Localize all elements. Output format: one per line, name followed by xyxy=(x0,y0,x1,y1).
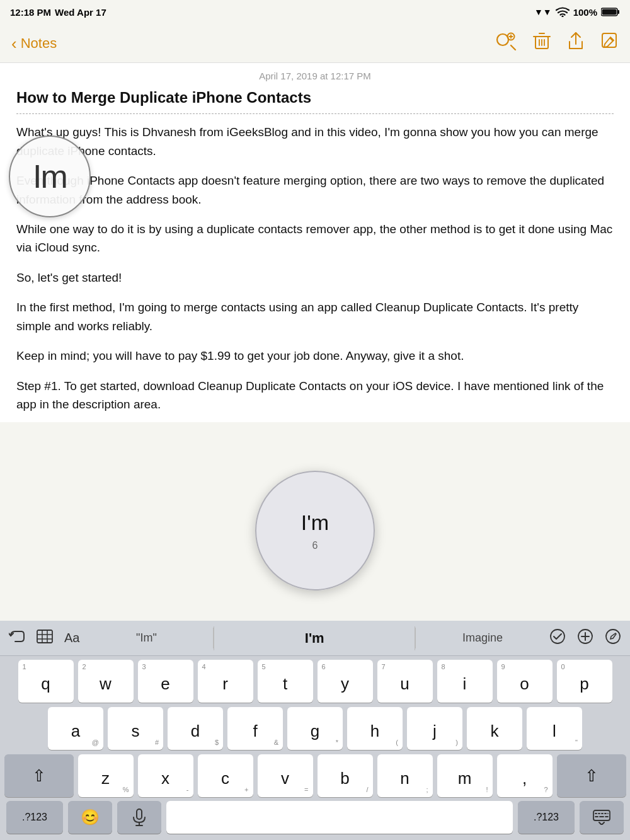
key-n[interactable]: ;n xyxy=(377,754,433,797)
key-g[interactable]: *g xyxy=(287,707,343,750)
emoji-key[interactable]: 😊 xyxy=(68,801,112,834)
keyboard-rows: 1q 2w 3e 4r 5t 6y 7u 8i 9o 0p @a #s $d &… xyxy=(0,656,630,800)
key-f[interactable]: &f xyxy=(227,707,283,750)
key-v[interactable]: =v xyxy=(258,754,313,797)
svg-point-11 xyxy=(606,630,620,643)
key-j[interactable]: )j xyxy=(407,707,462,750)
magnifier-top: Im xyxy=(9,135,91,217)
keyboard-hide-icon xyxy=(593,810,610,825)
key-u[interactable]: 7u xyxy=(377,660,433,703)
compose-icon[interactable] xyxy=(601,32,619,54)
back-button[interactable]: ‹ Notes xyxy=(11,35,57,52)
note-paragraph-6: Keep in mind; you will have to pay $1.99… xyxy=(16,347,614,365)
key-q[interactable]: 1q xyxy=(18,660,74,703)
svg-point-4 xyxy=(497,34,508,45)
autocomplete-left: Aa xyxy=(9,630,79,647)
keyboard-container: I'm 6 Aa "Im" xyxy=(0,621,630,840)
key-p[interactable]: 0p xyxy=(557,660,612,703)
nav-bar: ‹ Notes xyxy=(0,24,630,63)
back-label: Notes xyxy=(21,35,57,52)
mic-key[interactable] xyxy=(117,801,161,834)
note-paragraph-3: While one way to do it is by using a dup… xyxy=(16,220,614,257)
svg-rect-2 xyxy=(617,10,619,14)
svg-rect-3 xyxy=(602,9,617,15)
checkmark-icon[interactable] xyxy=(549,628,566,648)
note-title: How to Merge Duplicate iPhone Contacts xyxy=(16,88,614,107)
autocomplete-right xyxy=(549,628,621,648)
battery-percent: 100% xyxy=(573,7,597,18)
key-row-1: 1q 2w 3e 4r 5t 6y 7u 8i 9o 0p xyxy=(3,660,627,703)
note-body[interactable]: What's up guys! This is Dhvanesh from iG… xyxy=(16,123,614,422)
note-paragraph-4: So, let's get started! xyxy=(16,268,614,287)
nav-actions xyxy=(494,32,619,55)
wifi-icon: ▼▼ xyxy=(534,7,552,17)
key-o[interactable]: 9o xyxy=(497,660,553,703)
note-paragraph-1: What's up guys! This is Dhvanesh from iG… xyxy=(16,123,614,160)
key-t[interactable]: 5t xyxy=(258,660,313,703)
autocomplete-suggestions: "Im" I'm Imagine xyxy=(79,626,549,650)
key-m[interactable]: !m xyxy=(437,754,493,797)
wifi-symbol-icon xyxy=(556,7,570,17)
status-time: 12:18 PM xyxy=(10,7,51,18)
svg-point-9 xyxy=(551,630,564,643)
key-e[interactable]: 3e xyxy=(138,660,193,703)
note-paragraph-5: In the first method, I'm going to merge … xyxy=(16,298,614,335)
svg-rect-8 xyxy=(37,630,52,643)
battery-icon xyxy=(601,7,620,17)
autocomplete-bar: Aa "Im" I'm Imagine xyxy=(0,621,630,656)
key-x[interactable]: -x xyxy=(138,754,193,797)
note-paragraph-7: Step #1. To get started, download Cleanu… xyxy=(16,377,614,414)
shift-key[interactable]: ⇧ xyxy=(4,754,74,797)
plus-circle-icon[interactable] xyxy=(577,628,593,648)
key-comma[interactable]: ?, xyxy=(497,754,553,797)
key-row-3: ⇧ %z -x +c =v /b ;n !m ?, ⇧ xyxy=(3,754,627,797)
note-divider xyxy=(16,113,614,114)
status-date: Wed Apr 17 xyxy=(55,7,106,18)
key-y[interactable]: 6y xyxy=(318,660,373,703)
key-w[interactable]: 2w xyxy=(78,660,134,703)
svg-rect-13 xyxy=(593,810,610,820)
bottom-toolbar: .?123 😊 .?123 xyxy=(0,800,630,840)
status-left: 12:18 PM Wed Apr 17 xyxy=(10,7,106,18)
key-i[interactable]: 8i xyxy=(437,660,493,703)
autocomplete-word-main[interactable]: I'm xyxy=(214,626,415,650)
key-k[interactable]: k xyxy=(467,707,522,750)
status-bar: 12:18 PM Wed Apr 17 ▼▼ 100% xyxy=(0,0,630,24)
num-switch-right-key[interactable]: .?123 xyxy=(518,801,575,834)
status-right: ▼▼ 100% xyxy=(534,7,620,18)
autocomplete-word-left[interactable]: "Im" xyxy=(79,628,214,648)
suggestion-popup: I'm 6 xyxy=(255,471,375,590)
key-r[interactable]: 4r xyxy=(198,660,253,703)
key-s[interactable]: #s xyxy=(108,707,163,750)
note-timestamp: April 17, 2019 at 12:17 PM xyxy=(16,71,614,81)
svg-point-0 xyxy=(561,16,563,17)
share-icon[interactable] xyxy=(567,32,585,55)
back-chevron-icon: ‹ xyxy=(11,35,17,52)
keyboard-dismiss-key[interactable] xyxy=(580,801,624,834)
note-area: Im April 17, 2019 at 12:17 PM How to Mer… xyxy=(0,63,630,422)
key-z[interactable]: %z xyxy=(78,754,134,797)
table-icon[interactable] xyxy=(37,630,53,647)
suggestion-popup-sub: 6 xyxy=(312,540,318,551)
key-l[interactable]: "l xyxy=(527,707,582,750)
delete-icon[interactable] xyxy=(533,32,551,55)
key-h[interactable]: (h xyxy=(347,707,403,750)
svg-rect-12 xyxy=(137,809,142,819)
suggestion-popup-label: I'm xyxy=(301,510,329,535)
key-a[interactable]: @a xyxy=(48,707,103,750)
pencil-circle-icon[interactable] xyxy=(605,628,621,648)
note-paragraph-2: Even though iPhone Contacts app doesn't … xyxy=(16,171,614,209)
num-switch-left-key[interactable]: .?123 xyxy=(6,801,63,834)
key-d[interactable]: $d xyxy=(168,707,223,750)
key-row-2: @a #s $d &f *g (h )j k "l xyxy=(3,707,627,750)
format-icon[interactable]: Aa xyxy=(64,631,79,645)
autocomplete-word-right[interactable]: Imagine xyxy=(415,628,549,648)
shift-right-key[interactable]: ⇧ xyxy=(557,754,626,797)
undo-icon[interactable] xyxy=(9,630,25,647)
add-contact-icon[interactable] xyxy=(494,32,517,55)
microphone-icon xyxy=(132,808,146,826)
space-key[interactable] xyxy=(166,801,513,834)
key-b[interactable]: /b xyxy=(318,754,373,797)
key-c[interactable]: +c xyxy=(198,754,253,797)
magnifier-top-text: Im xyxy=(33,158,67,195)
